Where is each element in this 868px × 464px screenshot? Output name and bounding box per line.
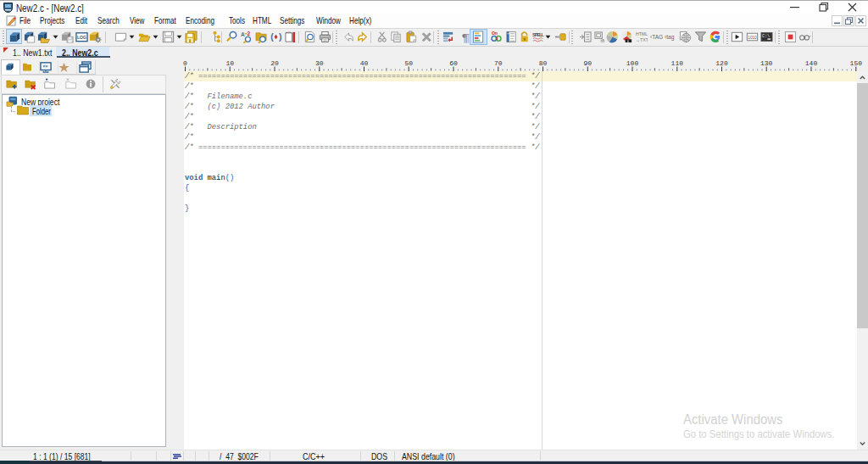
svg-text:120: 120 [715, 59, 728, 67]
svg-text:80: 80 [539, 59, 548, 67]
svg-text:50: 50 [404, 59, 413, 67]
svg-text:140: 140 [805, 59, 818, 67]
svg-text:150: 150 [850, 59, 863, 67]
svg-text:100: 100 [626, 59, 639, 67]
svg-text:(: ( [270, 32, 275, 42]
svg-text:On: On [492, 31, 498, 36]
svg-text:70: 70 [494, 59, 503, 67]
svg-text:): ) [277, 32, 282, 42]
svg-text:HTML: HTML [636, 31, 648, 36]
svg-text:30: 30 [315, 59, 324, 67]
svg-text:40: 40 [360, 59, 369, 67]
svg-text:SPELL: SPELL [532, 31, 544, 37]
svg-text:10: 10 [225, 59, 234, 67]
svg-text:130: 130 [760, 59, 773, 67]
svg-text:2: 2 [248, 31, 251, 36]
svg-text:1010: 1010 [748, 36, 757, 40]
svg-text:‹TAG: ‹TAG [650, 34, 663, 40]
svg-text:A: A [241, 31, 245, 37]
svg-text:90: 90 [583, 59, 592, 67]
svg-text:60: 60 [449, 59, 458, 67]
svg-text:LOG: LOG [77, 35, 86, 40]
svg-text:0: 0 [183, 59, 187, 67]
svg-text:↔TXT: ↔TXT [636, 37, 648, 42]
svg-text:‹tag: ‹tag [665, 34, 675, 41]
svg-text:110: 110 [671, 59, 684, 67]
svg-text:20: 20 [270, 59, 279, 67]
